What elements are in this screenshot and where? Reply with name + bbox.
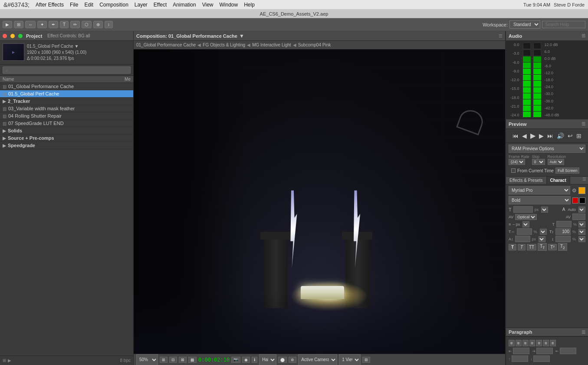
font-style-select[interactable]: Bold xyxy=(509,196,571,204)
menu-file[interactable]: File xyxy=(70,2,78,8)
list-item[interactable]: ▶ Speedgrade xyxy=(0,142,133,149)
menu-after-effects[interactable]: After Effects xyxy=(36,2,64,8)
font-family-select[interactable]: Myriad Pro xyxy=(509,186,570,194)
toolbar-btn-9[interactable]: ⊕ xyxy=(93,21,103,28)
menu-composition[interactable]: Composition xyxy=(99,2,128,8)
list-item[interactable]: ▥ 01_Global Performance Cache xyxy=(0,83,133,90)
list-item[interactable]: ▥ 07 SpeedGrade LUT END xyxy=(0,120,133,127)
tab-character[interactable]: Charact xyxy=(547,177,570,184)
breadcrumb-item-2[interactable]: FG Objects & Lighting xyxy=(203,43,245,47)
toolbar-btn-3[interactable]: ↔ xyxy=(25,21,36,28)
toolbar-btn-1[interactable]: ▶ xyxy=(3,21,12,28)
align-left-btn[interactable]: ≡ xyxy=(509,340,515,346)
bold-style-btn[interactable]: T xyxy=(509,244,516,250)
search-help-input[interactable] xyxy=(542,21,585,28)
menu-effect[interactable]: Effect xyxy=(154,2,167,8)
vert-scale-input[interactable] xyxy=(555,228,571,235)
breadcrumb-item-1[interactable]: 01_Global Performance Cache xyxy=(136,43,196,47)
baseline-unit-select[interactable]: ▼ xyxy=(539,236,545,242)
skip-select[interactable]: 0 xyxy=(532,159,545,165)
grid-btn[interactable]: ⊟ xyxy=(169,357,177,363)
loop-button[interactable]: ↩ xyxy=(567,132,574,140)
comp-menu-icon[interactable]: ☰ xyxy=(499,33,503,38)
stroke-color-swatch[interactable] xyxy=(572,197,578,204)
effects-menu-icon[interactable]: ☰ xyxy=(581,177,588,184)
quality-select[interactable]: Half xyxy=(259,354,276,365)
next-frame-button[interactable]: ▶ xyxy=(538,132,545,140)
prev-frame-button[interactable]: ◀ xyxy=(521,132,528,140)
color-btn[interactable]: ◉ xyxy=(242,357,250,363)
menu-animation[interactable]: Animation xyxy=(173,2,196,8)
justify-btn[interactable]: ≡ xyxy=(529,340,535,346)
subscript-btn[interactable]: T2 xyxy=(558,243,567,251)
baseline-input[interactable]: 0 px xyxy=(515,236,530,242)
list-item[interactable]: ▥ 03_Variable width mask feather xyxy=(0,105,133,112)
comp-dropdown-icon[interactable]: ▼ xyxy=(239,33,244,39)
font-settings-icon[interactable]: ⚙ xyxy=(572,187,577,194)
text-color-swatch[interactable] xyxy=(578,187,585,194)
toolbar-btn-8[interactable]: ⬡ xyxy=(82,21,92,28)
window-close-button[interactable] xyxy=(3,34,7,38)
align-right-btn[interactable]: ≡ xyxy=(522,340,529,346)
leading-pct-select[interactable]: ▼ xyxy=(578,221,585,227)
window-max-button[interactable] xyxy=(18,34,23,38)
toolbar-btn-6[interactable]: T xyxy=(60,21,69,28)
channels-btn[interactable]: ⬤ xyxy=(278,357,287,363)
toolbar-btn-7[interactable]: ✏ xyxy=(70,21,80,28)
view-layout-btn[interactable]: ⊞ xyxy=(362,357,370,363)
list-item[interactable]: ▶ Source + Pre-comps xyxy=(0,135,133,142)
resolution-select[interactable]: Auto xyxy=(548,159,564,165)
transparency-btn[interactable]: ▩ xyxy=(188,357,197,363)
para-menu-icon[interactable]: ☰ xyxy=(581,330,585,335)
view-select[interactable]: 1 View xyxy=(339,354,361,365)
breadcrumb-item-4[interactable]: Subcomp04 Pink xyxy=(298,43,331,47)
fit-to-comp-btn[interactable]: ⊞ xyxy=(160,357,168,363)
exposure-btn[interactable]: ⊛ xyxy=(289,357,296,363)
audio-menu-icon[interactable]: ☰ xyxy=(581,33,585,38)
full-screen-button[interactable]: Full Screen xyxy=(555,168,580,174)
toolbar-btn-2[interactable]: ⊞ xyxy=(14,21,23,28)
list-item[interactable]: ▥ 01.5_Global Perf Cache xyxy=(0,90,133,98)
list-item[interactable]: ▶ Solids xyxy=(0,127,133,135)
tab-effects-presets[interactable]: Effects & Presets xyxy=(506,177,547,184)
size-unit-select[interactable]: ▼ xyxy=(541,207,548,213)
leading-t-input[interactable]: 100% xyxy=(556,221,572,227)
toolbar-btn-10[interactable]: ↕ xyxy=(105,21,113,28)
apple-logo-icon[interactable]: &#63743; xyxy=(3,1,30,8)
from-current-time-checkbox[interactable] xyxy=(511,168,516,173)
font-size-input[interactable]: 249 px xyxy=(513,206,533,213)
menu-edit[interactable]: Edit xyxy=(84,2,93,8)
info-toggle-btn[interactable]: ℹ xyxy=(252,357,257,363)
toolbar-btn-5[interactable]: ✒ xyxy=(49,21,58,28)
frame-rate-select[interactable]: (24) xyxy=(509,159,525,165)
project-search-input[interactable] xyxy=(3,66,131,74)
regions-btn[interactable]: ⊠ xyxy=(179,357,187,363)
allcaps-style-btn[interactable]: TT xyxy=(527,244,536,250)
horiz-pct-select[interactable]: ▼ xyxy=(540,229,547,235)
tsumi-pct-select[interactable]: ▼ xyxy=(578,236,585,242)
justify-all-btn[interactable]: ≡ xyxy=(536,340,542,346)
breadcrumb-item-3[interactable]: MG Interactive Light xyxy=(252,43,291,47)
ram-preview-select[interactable]: RAM Preview Options xyxy=(509,145,585,153)
audio-toggle-button[interactable]: 🔊 xyxy=(556,132,565,140)
superscript-btn[interactable]: T² xyxy=(548,244,556,250)
camera-select[interactable]: Active Camera xyxy=(298,354,337,365)
menu-window[interactable]: Window xyxy=(220,2,238,8)
list-item[interactable]: ▥ 04 Rolling Shutter Repair xyxy=(0,112,133,120)
camera-btn[interactable]: 📷 xyxy=(231,357,240,363)
comp-viewport[interactable] xyxy=(134,49,505,354)
indent-right-input[interactable]: 0 px xyxy=(536,348,553,354)
zoom-select[interactable]: 50% xyxy=(136,354,158,365)
indent-left-input[interactable]: 0 px xyxy=(513,348,529,354)
space-before-input[interactable]: 0 px xyxy=(512,355,528,362)
justify-left-btn[interactable]: ≡ xyxy=(543,340,549,346)
menu-view[interactable]: View xyxy=(202,2,214,8)
current-time-display[interactable]: 0:00:02:10 xyxy=(198,357,230,363)
smallcaps-style-btn[interactable]: TT xyxy=(538,243,547,251)
tracking-input[interactable]: 27 xyxy=(572,214,585,220)
window-min-button[interactable] xyxy=(10,34,15,38)
jkl-button[interactable]: ⊞ xyxy=(575,132,582,140)
menu-layer[interactable]: Layer xyxy=(135,2,148,8)
indent-first-input[interactable]: 0 px xyxy=(560,348,576,354)
first-frame-button[interactable]: ⏮ xyxy=(512,132,519,140)
